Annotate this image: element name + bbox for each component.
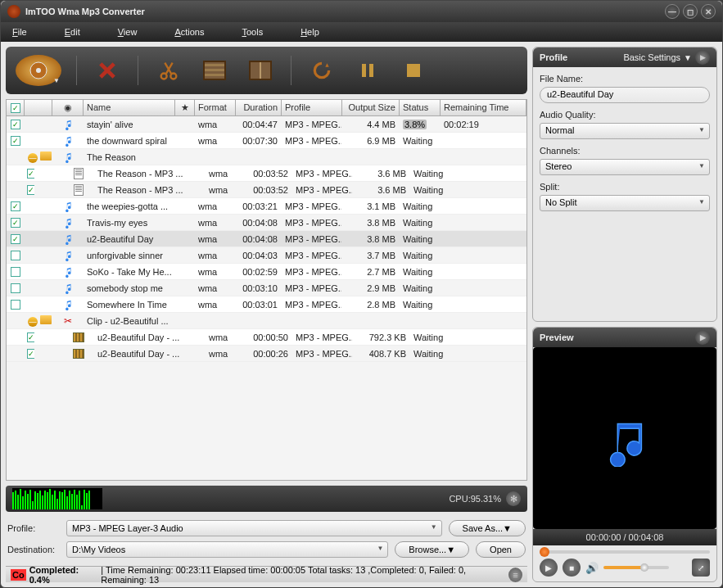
row-profile: MP3 - MPEG... bbox=[282, 300, 342, 310]
menu-tools[interactable]: Tools bbox=[242, 27, 263, 37]
row-checkbox[interactable]: ✓ bbox=[27, 332, 35, 342]
row-checkbox[interactable] bbox=[11, 267, 20, 277]
titlebar[interactable]: ImTOO Wma Mp3 Converter — ◻ ✕ bbox=[1, 1, 722, 22]
row-profile: MP3 - MPEG... bbox=[282, 201, 342, 211]
crop-button[interactable] bbox=[199, 55, 230, 86]
grid-body[interactable]: ✓stayin' alivewma00:04:47MP3 - MPEG...4.… bbox=[7, 116, 526, 480]
stop-preview-button[interactable]: ■ bbox=[563, 559, 581, 577]
table-row[interactable]: SoKo - Take My He...wma00:02:59MP3 - MPE… bbox=[7, 264, 526, 280]
close-button[interactable]: ✕ bbox=[701, 4, 716, 19]
delete-button[interactable] bbox=[92, 55, 123, 86]
row-profile: MP3 - MPEG... bbox=[292, 332, 353, 342]
row-checkbox[interactable]: ✓ bbox=[11, 234, 20, 244]
status-menu-button[interactable]: ≡ bbox=[508, 568, 522, 582]
row-output: 3.1 MB bbox=[342, 201, 400, 211]
row-checkbox[interactable] bbox=[11, 300, 20, 310]
browse-button[interactable]: Browse... ▼ bbox=[395, 541, 469, 558]
row-checkbox[interactable]: ✓ bbox=[27, 349, 35, 359]
row-checkbox[interactable]: ✓ bbox=[27, 185, 35, 195]
cpu-settings-button[interactable]: ✻ bbox=[506, 491, 521, 506]
row-duration: 00:03:52 bbox=[246, 185, 292, 195]
profile-dropdown[interactable]: MP3 - MPEG Layer-3 Audio bbox=[66, 520, 442, 536]
play-button[interactable]: ▶ bbox=[540, 559, 558, 577]
filename-input[interactable]: u2-Beautiful Day bbox=[540, 87, 710, 103]
row-name: u2-Beautiful Day bbox=[84, 234, 175, 244]
menu-help[interactable]: Help bbox=[300, 27, 319, 37]
channels-label: Channels: bbox=[540, 146, 710, 156]
quality-select[interactable]: Normal bbox=[540, 123, 710, 139]
row-status: Waiting bbox=[410, 332, 451, 342]
destination-dropdown[interactable]: D:\My Videos bbox=[66, 541, 388, 558]
expand-toggle[interactable]: — bbox=[28, 317, 38, 327]
table-row[interactable]: somebody stop mewma00:03:10MP3 - MPEG...… bbox=[7, 280, 526, 296]
header-expand[interactable] bbox=[25, 100, 52, 115]
table-row[interactable]: ✓stayin' alivewma00:04:47MP3 - MPEG...4.… bbox=[7, 116, 526, 133]
header-remain[interactable]: Remaining Time bbox=[441, 100, 526, 115]
convert-button[interactable]: ▼ bbox=[16, 55, 61, 86]
row-status: Waiting bbox=[400, 300, 441, 310]
table-row[interactable]: unforgivable sinnerwma00:04:03MP3 - MPEG… bbox=[7, 247, 526, 264]
row-output: 3.8 MB bbox=[342, 234, 400, 244]
row-type-icon bbox=[52, 152, 84, 163]
saveas-button[interactable]: Save As... ▼ bbox=[449, 520, 526, 536]
header-type-icon[interactable]: ◉ bbox=[52, 100, 84, 115]
header-check[interactable]: ✓ bbox=[7, 100, 25, 115]
row-checkbox[interactable]: ✓ bbox=[11, 201, 20, 211]
volume-slider[interactable] bbox=[603, 566, 669, 569]
table-row[interactable]: ✓The Reason - MP3 ...wma00:03:52MP3 - MP… bbox=[7, 182, 526, 198]
cut-button[interactable] bbox=[153, 55, 184, 86]
header-duration[interactable]: Duration bbox=[236, 100, 282, 115]
menu-file[interactable]: File bbox=[12, 27, 27, 37]
channels-select[interactable]: Stereo bbox=[540, 159, 710, 175]
menu-edit[interactable]: Edit bbox=[65, 27, 80, 37]
row-checkbox[interactable]: ✓ bbox=[11, 120, 20, 129]
row-format: wma bbox=[195, 136, 236, 146]
pause-button[interactable] bbox=[352, 55, 383, 86]
table-row[interactable]: ✓the downward spiralwma00:07:30MP3 - MPE… bbox=[7, 133, 526, 149]
header-name[interactable]: Name bbox=[84, 100, 175, 115]
seek-thumb[interactable] bbox=[540, 547, 549, 557]
row-checkbox[interactable] bbox=[11, 251, 20, 260]
table-row[interactable]: — ✂Clip - u2-Beautiful ... bbox=[7, 313, 526, 329]
row-output: 3.6 MB bbox=[353, 185, 410, 195]
volume-icon[interactable]: 🔊 bbox=[585, 562, 599, 574]
stop-button[interactable] bbox=[398, 55, 429, 86]
expand-toggle[interactable]: — bbox=[28, 153, 38, 163]
row-checkbox[interactable] bbox=[11, 283, 20, 293]
snapshot-button[interactable]: ⤢ bbox=[692, 559, 710, 577]
header-output[interactable]: Output Size bbox=[342, 100, 400, 115]
table-row[interactable]: ✓the weepies-gotta ...wma00:03:21MP3 - M… bbox=[7, 198, 526, 215]
header-star[interactable]: ★ bbox=[175, 100, 195, 115]
table-row[interactable]: ✓u2-Beautiful Day - ...wma00:00:26MP3 - … bbox=[7, 346, 526, 362]
table-row[interactable]: ✓The Reason - MP3 ...wma00:03:52MP3 - MP… bbox=[7, 165, 526, 182]
cpu-graph bbox=[12, 488, 102, 509]
row-checkbox[interactable]: ✓ bbox=[11, 136, 20, 146]
profile-panel-expand-button[interactable]: ▶ bbox=[695, 50, 710, 65]
header-status[interactable]: Status bbox=[400, 100, 441, 115]
open-button[interactable]: Open bbox=[476, 541, 526, 558]
row-type-icon bbox=[52, 266, 84, 278]
split-label: Split: bbox=[540, 182, 710, 192]
table-row[interactable]: ✓u2-Beautiful Day - ...wma00:00:50MP3 - … bbox=[7, 329, 526, 346]
minimize-button[interactable]: — bbox=[665, 4, 680, 19]
basic-settings-label[interactable]: Basic Settings bbox=[623, 52, 680, 62]
table-row[interactable]: Somewhere In Timewma00:03:01MP3 - MPEG..… bbox=[7, 296, 526, 313]
row-checkbox[interactable]: ✓ bbox=[11, 218, 20, 228]
header-format[interactable]: Format bbox=[195, 100, 236, 115]
row-checkbox[interactable]: ✓ bbox=[27, 169, 35, 179]
header-profile[interactable]: Profile bbox=[282, 100, 342, 115]
volume-thumb[interactable] bbox=[640, 563, 648, 572]
menu-actions[interactable]: Actions bbox=[174, 27, 204, 37]
split-select[interactable]: No Split bbox=[540, 195, 710, 211]
maximize-button[interactable]: ◻ bbox=[683, 4, 698, 19]
merge-button[interactable] bbox=[245, 55, 276, 86]
refresh-button[interactable] bbox=[306, 55, 337, 86]
preview-expand-button[interactable]: ▶ bbox=[695, 330, 710, 345]
table-row[interactable]: ✓Travis-my eyeswma00:04:08MP3 - MPEG...3… bbox=[7, 215, 526, 231]
menu-view[interactable]: View bbox=[118, 27, 138, 37]
table-row[interactable]: ✓u2-Beautiful Daywma00:04:08MP3 - MPEG..… bbox=[7, 231, 526, 247]
row-duration: 00:07:30 bbox=[236, 136, 282, 146]
seek-slider[interactable] bbox=[540, 550, 710, 554]
row-name: Somewhere In Time bbox=[84, 300, 175, 310]
table-row[interactable]: — The Reason bbox=[7, 149, 526, 165]
